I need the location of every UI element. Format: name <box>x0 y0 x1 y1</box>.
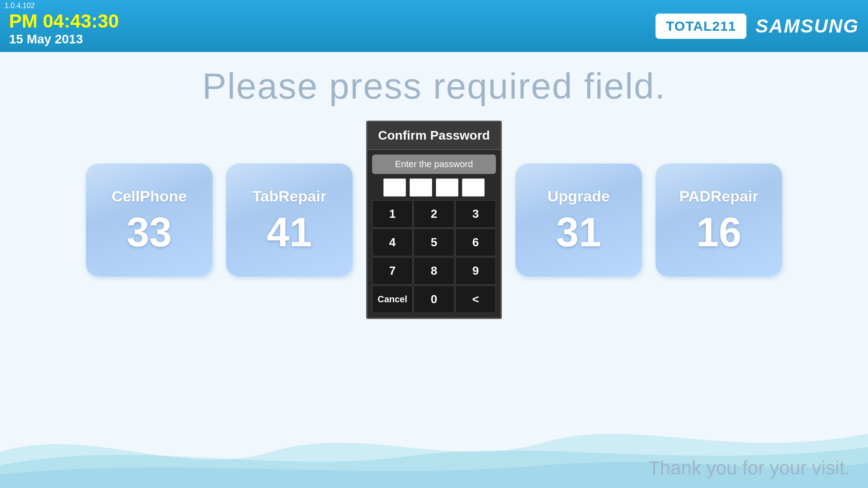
total-badge: TOTAL211 <box>656 14 746 39</box>
numpad-5[interactable]: 5 <box>414 229 454 256</box>
tabrepair-card[interactable]: TabRepair 41 <box>226 164 353 277</box>
numpad-6[interactable]: 6 <box>455 229 496 256</box>
main-heading: Please press required field. <box>0 52 868 107</box>
numpad-8[interactable]: 8 <box>414 257 454 285</box>
cellphone-card[interactable]: CellPhone 33 <box>86 164 212 277</box>
numpad-7[interactable]: 7 <box>372 257 413 285</box>
footer-text: Thank you for your visit. <box>648 457 850 479</box>
version-text: 1.0.4.102 <box>5 2 35 10</box>
total-number: 211 <box>712 19 736 33</box>
time-display: PM 04:43:30 <box>9 10 119 32</box>
numpad-backspace[interactable]: < <box>455 286 496 313</box>
main-area: Please press required field. CellPhone 3… <box>0 52 868 488</box>
numpad-cancel[interactable]: Cancel <box>372 286 413 313</box>
padrepair-card-number: 16 <box>696 212 741 253</box>
numpad-4[interactable]: 4 <box>372 229 413 256</box>
numpad-2[interactable]: 2 <box>414 200 454 228</box>
numpad-0[interactable]: 0 <box>414 286 454 313</box>
padrepair-card[interactable]: PADRepair 16 <box>656 164 782 277</box>
dot-3 <box>436 178 458 197</box>
password-dots <box>372 178 496 197</box>
numpad-9[interactable]: 9 <box>455 257 496 285</box>
total-label: TOTAL <box>666 19 712 33</box>
cards-row: CellPhone 33 TabRepair 41 Confirm Passwo… <box>0 121 868 319</box>
header-left: PM 04:43:30 15 May 2013 <box>9 6 119 47</box>
upgrade-card-number: 31 <box>556 212 601 253</box>
dialog-title: Confirm Password <box>368 122 500 150</box>
tabrepair-card-number: 41 <box>267 212 312 253</box>
dot-1 <box>383 178 406 197</box>
padrepair-card-title: PADRepair <box>679 188 758 205</box>
header: 1.0.4.102 PM 04:43:30 15 May 2013 TOTAL2… <box>0 0 868 52</box>
cellphone-card-number: 33 <box>127 212 172 253</box>
upgrade-card[interactable]: Upgrade 31 <box>515 164 642 277</box>
upgrade-card-title: Upgrade <box>547 188 610 205</box>
numpad: 1 2 3 4 5 6 7 8 9 Cancel 0 < <box>372 200 496 313</box>
enter-password-button[interactable]: Enter the password <box>372 155 496 174</box>
dialog-body: Enter the password 1 2 3 4 5 6 7 8 9 <box>368 150 500 318</box>
password-dialog: Confirm Password Enter the password 1 2 … <box>366 121 502 319</box>
header-right: TOTAL211 SAMSUNG <box>656 14 859 39</box>
cellphone-card-title: CellPhone <box>112 188 187 205</box>
dot-4 <box>462 178 485 197</box>
numpad-1[interactable]: 1 <box>372 200 413 228</box>
numpad-3[interactable]: 3 <box>455 200 496 228</box>
samsung-logo: SAMSUNG <box>755 15 859 37</box>
dot-2 <box>410 178 432 197</box>
date-display: 15 May 2013 <box>9 32 119 47</box>
tabrepair-card-title: TabRepair <box>252 188 326 205</box>
